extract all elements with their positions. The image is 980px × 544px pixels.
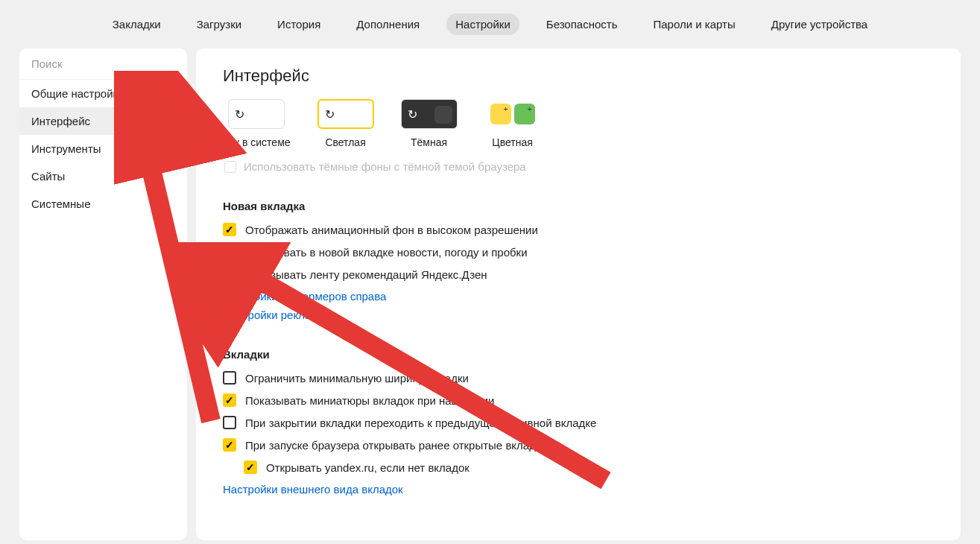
opt-label: Показывать ленту рекомендаций Яндекс.Дзе… (245, 268, 487, 281)
nav-devices[interactable]: Другие устройства (762, 13, 876, 35)
reload-icon: ↻ (235, 107, 244, 121)
nav-bookmarks[interactable]: Закладки (104, 13, 170, 35)
sidebar-item-system[interactable]: Системные (19, 190, 187, 218)
checkbox-icon[interactable] (223, 393, 236, 407)
nav-security[interactable]: Безопасность (537, 13, 627, 35)
opt-thumb[interactable]: Показывать миниатюры вкладок при наведен… (223, 393, 934, 407)
theme-light-label: Светлая (325, 136, 365, 148)
nav-addons[interactable]: Дополнения (347, 13, 429, 35)
theme-light[interactable]: ↻ Светлая (317, 99, 374, 148)
opt-min-width[interactable]: Ограничить минимальную ширину вкладки (223, 371, 934, 385)
theme-system[interactable]: ↻ Как в системе (223, 99, 291, 148)
opt-restore-tabs[interactable]: При запуске браузера открывать ранее отк… (223, 438, 934, 452)
theme-selector: ↻ Как в системе ↻ Светлая ↻ Тёмная Цветн… (223, 99, 934, 148)
opt-label: Открывать yandex.ru, если нет вкладок (266, 461, 470, 474)
opt-label: При запуске браузера открывать ранее отк… (245, 439, 547, 452)
theme-dark-label: Тёмная (411, 136, 447, 148)
checkbox-icon (224, 161, 236, 173)
sidebar-item-sites[interactable]: Сайты (19, 162, 187, 190)
sidebar-item-general[interactable]: Общие настройки (19, 80, 187, 107)
opt-prev-active[interactable]: При закрытии вкладки переходить к предыд… (223, 416, 934, 429)
nav-history[interactable]: История (268, 13, 329, 35)
theme-color-label: Цветная (492, 136, 532, 148)
top-nav: Закладки Загрузки История Дополнения Нас… (0, 0, 980, 48)
dark-bg-label: Использовать тёмные фоны с тёмной темой … (244, 160, 526, 173)
checkbox-icon[interactable] (223, 223, 236, 236)
reload-icon: ↻ (325, 107, 335, 121)
nav-passwords[interactable]: Пароли и карты (644, 13, 744, 35)
nav-settings[interactable]: Настройки (446, 13, 519, 35)
checkbox-icon[interactable] (244, 461, 257, 474)
checkbox-icon[interactable] (223, 268, 236, 281)
opt-label: Показывать миниатюры вкладок при наведен… (245, 394, 495, 407)
checkbox-icon[interactable] (223, 371, 236, 385)
page-title: Интерфейс (223, 66, 934, 86)
opt-label: Показывать в новой вкладке новости, пого… (245, 246, 528, 259)
link-informers[interactable]: Настройки информеров справа (223, 290, 934, 303)
main-panel: Интерфейс ↻ Как в системе ↻ Светлая ↻ Тё… (196, 48, 961, 540)
sidebar-item-interface[interactable]: Интерфейс (19, 107, 187, 135)
search-input[interactable]: Поиск (19, 48, 187, 80)
opt-open-yandex[interactable]: Открывать yandex.ru, если нет вкладок (244, 461, 934, 474)
sidebar: Поиск Общие настройки Интерфейс Инструме… (19, 48, 187, 540)
section-new-tab: Новая вкладка (223, 200, 934, 212)
dark-bg-checkbox: Использовать тёмные фоны с тёмной темой … (224, 160, 934, 173)
opt-label: Отображать анимационный фон в высоком ра… (245, 224, 538, 236)
checkbox-icon[interactable] (223, 416, 236, 429)
nav-downloads[interactable]: Загрузки (188, 13, 250, 35)
checkbox-icon[interactable] (223, 245, 236, 259)
opt-anim-bg[interactable]: Отображать анимационный фон в высоком ра… (223, 223, 934, 236)
opt-zen-feed[interactable]: Показывать ленту рекомендаций Яндекс.Дзе… (223, 268, 934, 281)
theme-dark[interactable]: ↻ Тёмная (401, 99, 458, 148)
sidebar-item-tools[interactable]: Инструменты (19, 135, 187, 162)
checkbox-icon[interactable] (223, 438, 236, 452)
opt-news-weather[interactable]: Показывать в новой вкладке новости, пого… (223, 245, 934, 259)
opt-label: Ограничить минимальную ширину вкладки (245, 372, 469, 385)
link-tabs-appearance[interactable]: Настройки внешнего вида вкладок (223, 483, 934, 496)
opt-label: При закрытии вкладки переходить к предыд… (245, 417, 596, 429)
theme-color[interactable]: Цветная (484, 99, 541, 148)
link-ads[interactable]: Настройки рекламы (223, 309, 934, 321)
section-tabs: Вкладки (223, 348, 934, 361)
theme-system-label: Как в системе (223, 136, 291, 148)
reload-icon: ↻ (408, 107, 417, 121)
